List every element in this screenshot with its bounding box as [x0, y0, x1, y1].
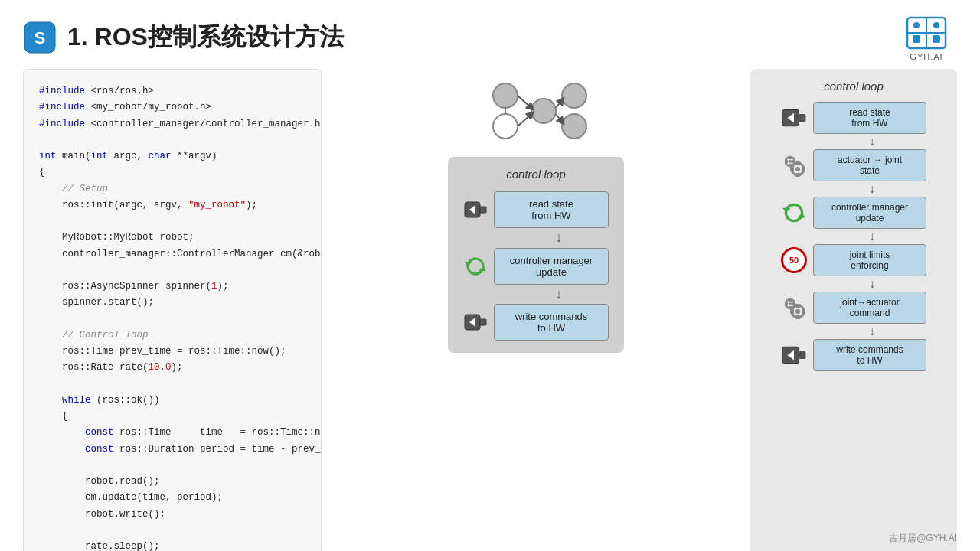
code-line: ros::Rate rate(10.0);	[39, 360, 305, 376]
header: S 1. ROS控制系统设计方法 GYH.AI	[0, 0, 980, 69]
refresh-icon-1	[463, 254, 488, 279]
flow-item-1: read statefrom HW	[463, 191, 609, 228]
hw-icon-right-2	[781, 342, 807, 368]
code-line: spinner.start();	[39, 295, 305, 311]
right-flow-box-4: joint limitsenforcing	[813, 244, 926, 276]
svg-point-9	[493, 83, 518, 108]
right-flow-item-3: controller managerupdate	[781, 197, 926, 229]
code-line: const ros::Time time = ros::Time::now();	[39, 425, 305, 441]
svg-rect-7	[913, 35, 920, 43]
code-line	[39, 132, 305, 148]
robot-diagram	[467, 73, 605, 149]
right-flow-item-1: read statefrom HW	[781, 102, 926, 134]
code-line: const ros::Duration period = time - prev…	[39, 442, 305, 458]
control-loop-middle-title: control loop	[506, 168, 566, 181]
code-line: robot.read();	[39, 474, 305, 490]
middle-section: control loop read statefrom HW ↓	[340, 69, 732, 551]
footer: 古月居@GYH.AI	[889, 532, 957, 545]
svg-rect-36	[789, 156, 792, 159]
control-loop-right-title: control loop	[824, 80, 884, 93]
code-line	[39, 214, 305, 230]
hw-icon-right-1	[781, 105, 807, 131]
svg-point-35	[789, 160, 792, 163]
right-flow-arrow-3: ↓	[869, 230, 875, 243]
code-line: MyRobot::MyRobot robot;	[39, 230, 305, 246]
right-flow-arrow-5: ↓	[869, 325, 875, 337]
svg-rect-23	[480, 319, 486, 325]
right-section: control loop read statefrom HW ↓	[750, 69, 957, 551]
svg-rect-42	[795, 304, 800, 308]
svg-point-11	[531, 99, 556, 123]
svg-point-10	[493, 114, 518, 139]
footer-text: 古月居@GYH.AI	[889, 533, 957, 543]
right-flow-arrow-4: ↓	[869, 278, 875, 290]
code-line: // Control loop	[39, 328, 305, 344]
svg-line-15	[518, 114, 531, 126]
flow-arrow-2: ↓	[556, 286, 563, 303]
page-title: 1. ROS控制系统设计方法	[67, 21, 344, 54]
right-flow-box-1: read statefrom HW	[813, 102, 926, 134]
right-flow-item-5: joint→actuatorcommand	[781, 292, 926, 324]
right-flow-arrow-2: ↓	[869, 183, 875, 195]
code-line: int main(int argc, char **argv)	[39, 148, 305, 165]
svg-point-29	[795, 167, 800, 171]
svg-point-47	[789, 302, 792, 305]
svg-rect-45	[802, 309, 805, 314]
header-left: S 1. ROS控制系统设计方法	[23, 21, 344, 54]
svg-rect-33	[802, 167, 805, 171]
brand-logo: GYH.AI	[903, 14, 949, 61]
refresh-icon-right	[781, 200, 807, 226]
right-flow-box-3: controller managerupdate	[813, 197, 926, 229]
svg-rect-43	[795, 315, 800, 319]
code-line: cm.update(time, period);	[39, 490, 305, 506]
control-loop-right: control loop read statefrom HW ↓	[750, 69, 957, 551]
right-flow-box-6: write commandsto HW	[813, 339, 926, 371]
flow-box-3: write commandsto HW	[494, 304, 609, 341]
svg-point-12	[562, 83, 586, 108]
svg-rect-31	[795, 173, 800, 177]
gear-icon-1	[781, 152, 807, 178]
code-line: {	[39, 165, 305, 181]
code-line: #include <ros/ros.h>	[39, 83, 305, 99]
code-line: #include <my_robot/my_robot.h>	[39, 99, 305, 116]
right-flow-arrow-1: ↓	[869, 135, 875, 148]
svg-rect-37	[789, 164, 792, 167]
svg-rect-49	[789, 306, 792, 309]
svg-rect-50	[785, 302, 788, 305]
code-line: robot.write();	[39, 507, 305, 523]
svg-rect-32	[790, 167, 794, 171]
svg-rect-20	[480, 207, 486, 213]
code-line: ros::AsyncSpinner spinner(1);	[39, 279, 305, 295]
svg-rect-26	[799, 115, 805, 122]
control-loop-middle: control loop read statefrom HW ↓	[448, 157, 624, 353]
svg-line-17	[556, 114, 562, 122]
hw-icon-2	[463, 310, 488, 334]
gear-icon-2	[781, 295, 807, 321]
svg-point-41	[795, 309, 800, 314]
brand-logo-icon	[903, 14, 949, 52]
flow-item-3: write commandsto HW	[463, 304, 609, 341]
code-line: while (ros::ok())	[39, 393, 305, 409]
code-line: {	[39, 409, 305, 425]
code-line: ros::init(argc, argv, "my_robot");	[39, 197, 305, 214]
code-line	[39, 311, 305, 328]
code-line	[39, 523, 305, 539]
svg-point-13	[562, 114, 586, 139]
svg-rect-38	[785, 160, 788, 163]
main-content: #include <ros/ros.h> #include <my_robot/…	[0, 69, 980, 551]
svg-line-16	[556, 100, 562, 108]
code-panel: #include <ros/ros.h> #include <my_robot/…	[23, 69, 322, 551]
right-flow-item-4: 50 joint limitsenforcing	[781, 244, 926, 276]
code-line	[39, 377, 305, 393]
svg-point-6	[933, 22, 939, 28]
right-flow-box-5: joint→actuatorcommand	[813, 292, 926, 324]
logo-icon: S	[23, 21, 57, 54]
svg-rect-30	[795, 161, 800, 165]
svg-rect-8	[933, 35, 940, 43]
svg-rect-48	[789, 298, 792, 302]
code-line	[39, 458, 305, 474]
svg-point-5	[913, 22, 920, 28]
right-flow-box-2: actuator → jointstate	[813, 149, 926, 181]
svg-rect-53	[799, 352, 805, 359]
svg-text:S: S	[34, 28, 46, 47]
